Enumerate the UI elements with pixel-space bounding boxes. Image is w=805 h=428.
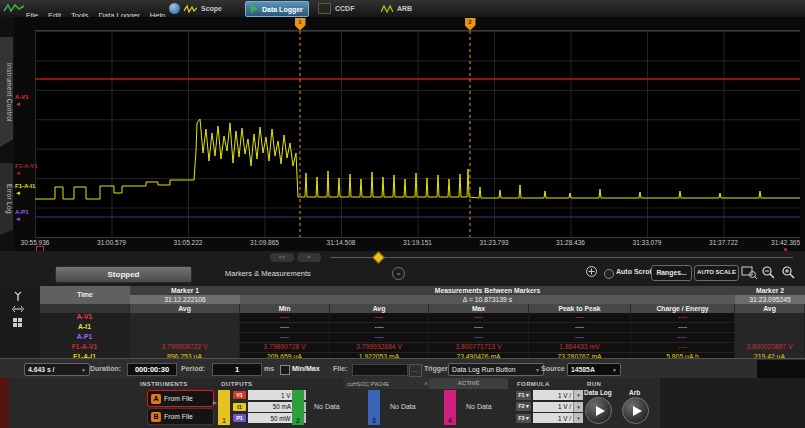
data-log-label: Data Log (584, 389, 612, 396)
instrument-panel: INSTRUMENTS A From File B From File ▸ OU… (0, 378, 805, 428)
formula-rows: F1 ▾1 V /▾F2 ▾1 V /▾F3 ▾1 V /▾ (516, 390, 583, 425)
auto-scroll-checkbox[interactable] (604, 269, 614, 279)
close-icon[interactable]: × (424, 380, 428, 387)
period-input[interactable]: 1 (212, 363, 262, 376)
trace-label-f1-a-v1: F1-A-V1◄ (15, 163, 38, 177)
table-grid: Time Marker 1 31:12.222106 Measurements … (40, 286, 805, 358)
zoom-window-icon[interactable] (741, 265, 758, 280)
row-cell: ---- (240, 323, 330, 332)
x-tick: 31:42.365 (771, 239, 800, 246)
datalog-file-tab[interactable]: cuHSI2C PW24E × (343, 378, 432, 389)
file-input[interactable] (352, 364, 408, 376)
chevron-down-icon[interactable]: ⌄ (392, 267, 405, 280)
status-state-button[interactable]: Stopped (55, 266, 192, 283)
output-3-number: 3 (372, 416, 376, 425)
range-select-i1[interactable]: 50 mA / (248, 402, 296, 412)
row-cell: 3.79890728 V (240, 343, 330, 352)
range-select-p1[interactable]: 50 mW / (248, 413, 296, 423)
trace-arrow-icon[interactable]: ◄ (15, 216, 29, 223)
tab-arb[interactable]: ARB (376, 1, 417, 15)
formula-tag-f1[interactable]: F1 ▾ (516, 391, 531, 400)
row-cell: ---- (529, 333, 631, 342)
trace-svg (35, 31, 800, 237)
row-cell: ---- (330, 313, 429, 322)
pan-arrows-icon[interactable] (12, 304, 24, 314)
marker-flag-2[interactable]: 2 (465, 18, 476, 31)
panel-accent-stripe (0, 378, 9, 428)
tools-icon[interactable] (12, 291, 24, 302)
trace-arrow-icon[interactable]: ◄ (15, 190, 35, 197)
channel-tag-p1: P1 (233, 414, 246, 422)
auto-scroll-label: Auto Scroll (616, 268, 653, 275)
auto-scale-button[interactable]: AUTO SCALE (694, 265, 739, 281)
add-marker-icon[interactable] (585, 265, 598, 278)
scroll-back-button[interactable]: < (297, 253, 321, 262)
markers-measurements-dropdown[interactable]: Markers & Measurements (225, 269, 311, 278)
plot-area[interactable] (35, 30, 800, 238)
tab-scope[interactable]: Scope (179, 1, 227, 15)
caret-down-icon[interactable]: ▾ (573, 390, 583, 400)
stat-col-peak-to-peak: Peak to Peak (529, 304, 631, 313)
instrument-a-button[interactable]: A From File (147, 390, 214, 407)
run-header: RUN (587, 381, 601, 387)
ranges-button[interactable]: Ranges... (651, 265, 692, 281)
trace-arrow-icon[interactable]: ◄ (15, 170, 38, 177)
scroll-track[interactable] (330, 257, 793, 258)
formula-tag-f2[interactable]: F2 ▾ (516, 402, 531, 411)
stat-col-avg: Avg (330, 304, 429, 313)
browse-button[interactable]: ... (409, 364, 422, 377)
zoom-in-icon[interactable] (781, 265, 797, 280)
instruments-header: INSTRUMENTS (140, 381, 188, 387)
output-4-bar[interactable]: 4 (444, 390, 456, 425)
measurement-row-a-p1[interactable]: A-P1-------------------- (40, 333, 805, 343)
tab-data-logger[interactable]: Data Logger (245, 1, 309, 17)
arb-run-button[interactable] (622, 397, 649, 424)
measurement-row-a-i1[interactable]: A-I1-------------------- (40, 323, 805, 333)
trigger-select[interactable]: Data Log Run Button▼ (448, 363, 544, 376)
x-tick: 31:00.579 (97, 239, 126, 246)
duration-value[interactable]: 000:00:30 (127, 363, 177, 376)
time-per-div-select[interactable]: 4.643 s /▼ (24, 363, 90, 376)
active-tab[interactable]: ACTIVE (429, 378, 508, 389)
instruments-expand-arrow[interactable]: ▸ (213, 398, 217, 407)
row-cell: ---- (429, 333, 529, 342)
x-tick: 31:09.865 (250, 239, 279, 246)
formula-row-f2: F2 ▾1 V /▾ (516, 402, 583, 412)
instrument-b-button[interactable]: B From File (147, 408, 214, 425)
formula-range-select-f1[interactable]: 1 V / (533, 390, 573, 400)
datalog-file-tab-label: cuHSI2C PW24E (347, 381, 389, 387)
row-cell: ---- (529, 323, 631, 332)
row-name: F1-A-V1 (40, 343, 130, 352)
output-2-bar[interactable]: 2 (292, 390, 304, 425)
x-tick: 31:05.222 (174, 239, 203, 246)
row-cell (735, 333, 805, 342)
output-1-bar[interactable]: 1 (218, 390, 230, 425)
marker2-header: Marker 2 (735, 286, 805, 295)
trace-f1-a-i1 (35, 119, 800, 199)
sidebar-tab-instrument-control[interactable]: Instrument Control (0, 37, 13, 147)
tab-data-logger-label: Data Logger (262, 6, 303, 13)
output-3-bar[interactable]: 3 (368, 390, 380, 425)
scroll-fast-back-button[interactable]: << (270, 253, 294, 262)
trace-name: F1-A-I1 (15, 183, 35, 190)
sidebar-tab-error-log[interactable]: Error Log (0, 163, 13, 235)
range-select-v1[interactable]: 1 V / (248, 390, 296, 400)
measurement-row-f1-a-v1[interactable]: F1-A-V13.799908722 V3.79890728 V3.799932… (40, 343, 805, 353)
caret-down-icon[interactable]: ▾ (573, 413, 583, 423)
data-log-run-button[interactable] (585, 397, 612, 424)
trace-arrow-icon[interactable]: ◄ (15, 101, 29, 108)
formula-range-select-f2[interactable]: 1 V / (533, 402, 573, 412)
measurement-row-a-v1[interactable]: A-V1-------------------- (40, 313, 805, 323)
formula-tag-f3[interactable]: F3 ▾ (516, 414, 531, 423)
minmax-checkbox[interactable] (280, 365, 290, 375)
formula-range-select-f3[interactable]: 1 V / (533, 413, 573, 423)
caret-down-icon[interactable]: ▾ (573, 402, 583, 412)
channel-tag-i1: I1 (233, 403, 246, 411)
marker-flag-1[interactable]: 1 (295, 18, 306, 31)
grid-view-icon[interactable] (12, 317, 23, 328)
row-cell: ---- (429, 323, 529, 332)
source-select[interactable]: 14585A▼ (567, 363, 621, 376)
tab-ccdf[interactable]: CCDF (313, 1, 359, 15)
trace-label-a-p1: A-P1◄ (15, 209, 29, 223)
zoom-out-icon[interactable] (761, 265, 777, 280)
